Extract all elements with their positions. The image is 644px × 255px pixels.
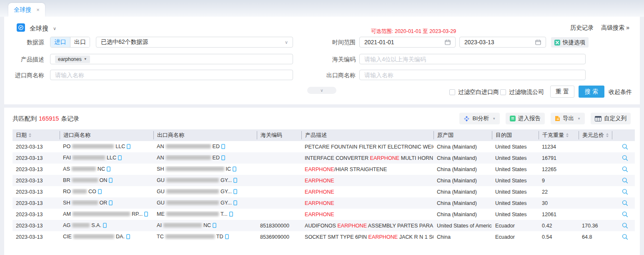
enter-report-button[interactable]: 进入报告 <box>506 113 545 124</box>
reset-button[interactable]: 重 置 <box>550 86 574 98</box>
company-icon[interactable] <box>109 200 113 207</box>
origin-country-cell: China <box>434 234 492 240</box>
magnifier-icon[interactable] <box>615 211 635 217</box>
module-title[interactable]: 全球搜 <box>30 25 48 33</box>
importer-cell: POLLC <box>60 144 153 150</box>
company-icon[interactable] <box>221 144 225 150</box>
checkbox-icon[interactable] <box>500 89 506 95</box>
product-desc-tag[interactable]: earphones ▼ <box>55 56 90 63</box>
company-icon[interactable] <box>229 212 233 218</box>
importer-cell: ASNC <box>60 166 153 173</box>
hs-code-cell: 8536909000 <box>257 234 301 240</box>
redacted-name <box>166 144 211 149</box>
columns-icon <box>595 116 601 121</box>
importer-name-input[interactable] <box>55 72 288 78</box>
company-icon[interactable] <box>126 234 130 240</box>
column-header-date[interactable]: 日期 <box>13 131 60 139</box>
end-date-field[interactable] <box>459 37 546 48</box>
custom-columns-button[interactable]: 自定义列 <box>591 113 631 124</box>
importer-name-label: 进口商名称 <box>4 72 44 79</box>
company-icon[interactable] <box>233 189 237 195</box>
quick-options-icon <box>554 40 560 45</box>
magnifier-icon[interactable] <box>615 222 635 229</box>
dest-country-cell: Ecuador <box>492 234 539 240</box>
checkbox-label: 过滤物流公司 <box>509 88 544 96</box>
sort-icon[interactable] <box>566 133 569 137</box>
redacted-name <box>166 178 219 182</box>
checkbox-icon[interactable] <box>449 89 455 95</box>
redacted-name <box>72 200 98 205</box>
expand-more-button[interactable]: ∨ <box>307 87 336 94</box>
export-toggle[interactable]: 出口 <box>70 37 90 47</box>
column-header-origin-country: 原产国 <box>434 131 492 139</box>
bi-analysis-button[interactable]: BI分析▼ <box>459 113 500 124</box>
start-date-input[interactable] <box>364 39 445 45</box>
chevron-down-icon[interactable]: ∨ <box>53 26 56 31</box>
origin-country-cell: China (Mainland) <box>434 144 492 150</box>
company-icon[interactable] <box>103 223 107 229</box>
filter-blank-importer-checkbox[interactable]: 过滤空白进口商 <box>449 88 499 96</box>
company-icon[interactable] <box>233 200 237 207</box>
importer-cell: AGS.A. <box>60 222 153 229</box>
tab-label: 全球搜 <box>14 6 31 14</box>
sort-icon[interactable] <box>29 133 31 137</box>
column-header-usd-total[interactable]: 美元总价 <box>579 131 612 139</box>
data-source-select[interactable]: 已选中62个数据源 ∨ <box>96 37 293 48</box>
sort-icon[interactable] <box>606 133 609 137</box>
exporter-name-input[interactable] <box>364 72 581 78</box>
company-icon[interactable] <box>233 178 237 184</box>
redacted-name <box>72 223 90 227</box>
action-cell <box>612 177 635 184</box>
import-toggle[interactable]: 进口 <box>50 37 70 47</box>
action-cell <box>612 189 635 195</box>
redacted-name <box>165 234 215 239</box>
magnifier-icon[interactable] <box>615 155 635 161</box>
column-header-weight-kg[interactable]: 千克重量 <box>539 131 579 139</box>
product-desc-field[interactable]: earphones ▼ <box>50 54 293 64</box>
search-button[interactable]: 搜 索 <box>579 86 604 98</box>
magnifier-icon[interactable] <box>615 144 635 150</box>
start-date-field[interactable] <box>359 37 456 48</box>
calendar-icon[interactable] <box>535 39 541 45</box>
company-icon[interactable] <box>98 189 102 195</box>
magnifier-icon[interactable] <box>615 177 635 184</box>
advanced-search-link[interactable]: 高级搜索 » <box>601 24 629 32</box>
magnifier-icon[interactable] <box>615 234 635 240</box>
company-icon[interactable] <box>221 155 225 162</box>
table-row: 2023-03-13SHORGUGY...EARPHONEChina (Main… <box>13 197 635 209</box>
end-date-input[interactable] <box>464 39 535 45</box>
tab-global-search[interactable]: 全球搜 × <box>8 3 45 17</box>
magnifier-icon[interactable] <box>615 189 635 195</box>
close-icon[interactable]: × <box>36 7 40 13</box>
importer-name-field[interactable] <box>50 70 293 80</box>
history-link[interactable]: 历史记录 <box>570 24 594 32</box>
customs-code-input[interactable] <box>364 56 581 63</box>
magnifier-icon[interactable] <box>615 200 635 206</box>
company-icon[interactable] <box>225 234 229 240</box>
company-icon[interactable] <box>107 167 110 173</box>
company-icon[interactable] <box>213 223 216 229</box>
weight-kg-cell: 0.42 <box>539 223 579 229</box>
quick-options-button[interactable]: 快捷选项 <box>551 37 589 48</box>
chevron-down-icon: ∨ <box>285 40 288 45</box>
chevron-down-icon: ▼ <box>84 57 87 61</box>
action-cell <box>612 155 635 161</box>
exporter-name-field[interactable] <box>359 70 586 80</box>
customs-code-field[interactable] <box>359 54 586 64</box>
company-icon[interactable] <box>127 144 130 150</box>
company-icon[interactable] <box>118 155 122 162</box>
company-icon[interactable] <box>144 212 148 218</box>
weight-kg-cell: 0.54 <box>539 234 579 240</box>
magnifier-icon[interactable] <box>615 166 635 172</box>
weight-kg-cell: 16791 <box>539 155 579 161</box>
filter-logistics-company-checkbox[interactable]: 过滤物流公司 <box>500 88 544 96</box>
origin-country-cell: China (Mainland) <box>434 189 492 195</box>
company-icon[interactable] <box>233 167 236 173</box>
company-icon[interactable] <box>109 178 113 184</box>
redacted-name <box>166 200 219 205</box>
exporter-name-label: 出口商名称 <box>296 72 356 79</box>
collapse-conditions-link[interactable]: 收起条件 <box>609 88 632 96</box>
product-desc-cell: EARPHONE/HIAR STRAIGHTENE <box>301 167 434 172</box>
calendar-icon[interactable] <box>445 39 451 45</box>
export-button[interactable]: 导出▼ <box>551 113 585 124</box>
